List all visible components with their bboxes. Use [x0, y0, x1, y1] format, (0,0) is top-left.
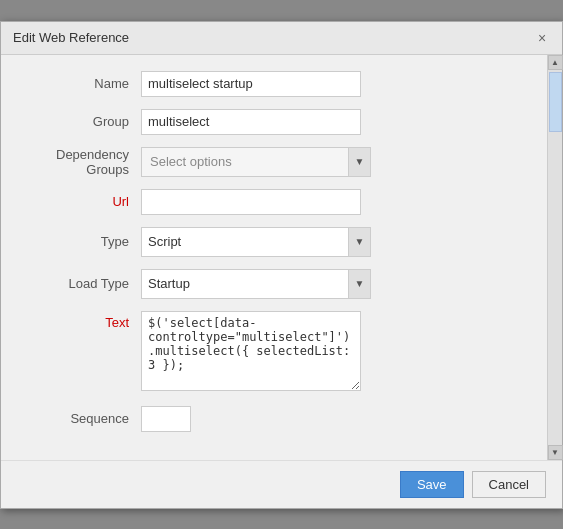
dependency-groups-label: Dependency Groups	[21, 147, 141, 177]
name-input[interactable]	[141, 71, 361, 97]
group-row: Group	[21, 109, 527, 135]
group-label: Group	[21, 114, 141, 129]
scrollbar-down-button[interactable]: ▼	[548, 445, 563, 460]
url-field-wrapper	[141, 189, 361, 215]
dialog-titlebar: Edit Web Reference ×	[1, 22, 562, 55]
type-label: Type	[21, 234, 141, 249]
save-button[interactable]: Save	[400, 471, 464, 498]
dialog-content: Name Group Dependency Groups Select opti…	[1, 55, 547, 460]
dialog-body: Name Group Dependency Groups Select opti…	[1, 55, 562, 460]
type-select-wrapper: Script Style Module ▼	[141, 227, 371, 257]
scrollbar-up-button[interactable]: ▲	[548, 55, 563, 70]
group-input[interactable]	[141, 109, 361, 135]
text-textarea[interactable]: $('select[data-controltype="multiselect"…	[141, 311, 361, 391]
edit-web-reference-dialog: Edit Web Reference × Name Group Dependen	[0, 21, 563, 509]
load-type-label: Load Type	[21, 276, 141, 291]
scrollbar-thumb[interactable]	[549, 72, 562, 132]
load-type-row: Load Type Startup OnDemand ▼	[21, 269, 527, 299]
sequence-row: Sequence	[21, 406, 527, 432]
group-field-wrapper	[141, 109, 361, 135]
text-label: Text	[21, 311, 141, 330]
dependency-groups-row: Dependency Groups Select options ▼	[21, 147, 527, 177]
load-type-select[interactable]: Startup OnDemand	[141, 269, 371, 299]
sequence-input[interactable]	[141, 406, 191, 432]
dependency-groups-select[interactable]: Select options	[141, 147, 371, 177]
name-row: Name	[21, 71, 527, 97]
scrollbar-track: ▲ ▼	[547, 55, 562, 460]
name-field-wrapper	[141, 71, 361, 97]
text-row: Text $('select[data-controltype="multise…	[21, 311, 527, 394]
url-input[interactable]	[141, 189, 361, 215]
url-row: Url	[21, 189, 527, 215]
type-row: Type Script Style Module ▼	[21, 227, 527, 257]
close-button[interactable]: ×	[534, 30, 550, 46]
url-label: Url	[21, 194, 141, 209]
dialog-footer: Save Cancel	[1, 460, 562, 508]
dependency-groups-placeholder: Select options	[150, 154, 232, 169]
cancel-button[interactable]: Cancel	[472, 471, 546, 498]
sequence-label: Sequence	[21, 411, 141, 426]
load-type-select-wrapper: Startup OnDemand ▼	[141, 269, 371, 299]
dependency-groups-wrapper: Select options ▼	[141, 147, 371, 177]
text-field-wrapper: $('select[data-controltype="multiselect"…	[141, 311, 361, 394]
dialog-title: Edit Web Reference	[13, 30, 129, 45]
sequence-field-wrapper	[141, 406, 361, 432]
type-select[interactable]: Script Style Module	[141, 227, 371, 257]
name-label: Name	[21, 76, 141, 91]
